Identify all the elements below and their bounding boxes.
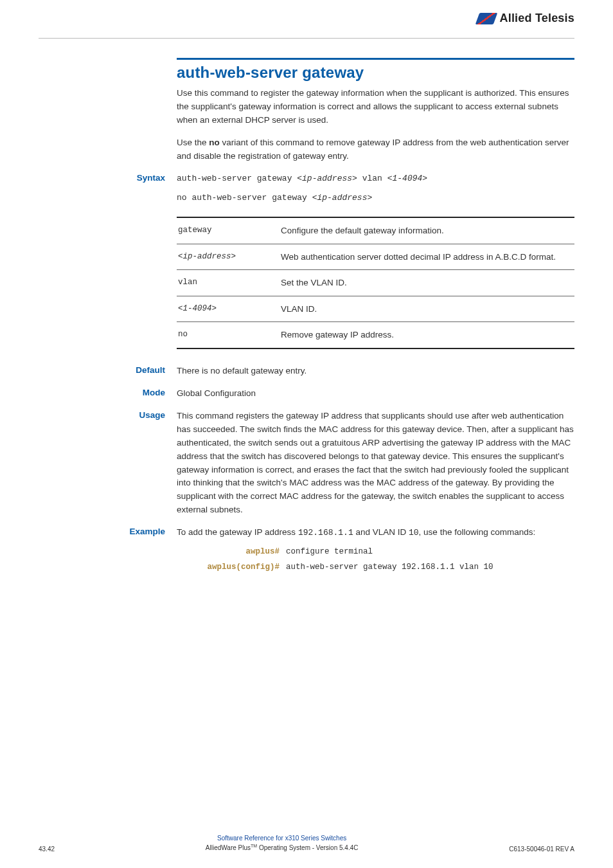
footer-line-1: Software Reference for x310 Series Switc… xyxy=(55,834,509,843)
mode-label: Mode xyxy=(39,387,177,401)
prompt: awplus# xyxy=(177,546,286,558)
usage-text: This command registers the gateway IP ad… xyxy=(177,410,574,517)
param-name: <ip-address> xyxy=(177,244,280,270)
page-footer: 43.42 Software Reference for x310 Series… xyxy=(39,834,574,853)
table-row: <1-4094>VLAN ID. xyxy=(177,296,574,322)
example-intro: To add the gateway IP address 192.168.1.… xyxy=(177,526,574,539)
text: variant of this command to remove gatewa… xyxy=(177,138,569,161)
example-section: Example To add the gateway IP address 19… xyxy=(177,526,574,576)
example-label: Example xyxy=(39,526,177,576)
prompt: awplus(config)# xyxy=(177,561,286,574)
footer-product: AlliedWare PlusTM Operating System - Ver… xyxy=(206,844,359,851)
logo-text: Allied Telesis xyxy=(499,12,574,25)
table-row: vlanSet the VLAN ID. xyxy=(177,270,574,296)
param-vlanrange: 1-4094 xyxy=(392,174,422,183)
footer-docid: C613-50046-01 REV A xyxy=(509,845,574,853)
title-rule xyxy=(177,58,574,60)
text: Use the xyxy=(177,138,209,147)
text: AlliedWare Plus xyxy=(206,844,251,851)
mode-section: Mode Global Configuration xyxy=(177,387,574,401)
parameter-table: gatewayConfigure the default gateway inf… xyxy=(177,217,574,349)
command-line: awplus(config)#auth-web-server gateway 1… xyxy=(177,561,574,574)
table-row: noRemove gateway IP address. xyxy=(177,322,574,348)
param-name: gateway xyxy=(177,217,280,244)
logo-icon xyxy=(475,13,498,24)
param-name: vlan xyxy=(177,270,280,296)
param-desc: Configure the default gateway informatio… xyxy=(280,217,574,244)
param-desc: Set the VLAN ID. xyxy=(280,270,574,296)
command: configure terminal xyxy=(286,546,373,558)
footer-page-number: 43.42 xyxy=(39,845,55,853)
syntax-section: Syntax auth-web-server gateway <ip-addre… xyxy=(177,172,574,356)
command-line: awplus#configure terminal xyxy=(177,546,574,558)
param-ipaddress: ip-address xyxy=(317,193,367,203)
syntax-line-1: auth-web-server gateway <ip-address> vla… xyxy=(177,172,574,186)
text: > xyxy=(422,174,427,183)
text: Operating System - Version 5.4.4C xyxy=(257,844,358,851)
param-desc: VLAN ID. xyxy=(280,296,574,322)
text: no auth-web-server gateway < xyxy=(177,193,317,203)
param-ipaddress: ip-address xyxy=(302,174,352,183)
text: > xyxy=(367,193,372,203)
syntax-line-2: no auth-web-server gateway <ip-address> xyxy=(177,192,574,205)
default-label: Default xyxy=(39,365,177,378)
intro-paragraph-1: Use this command to register the gateway… xyxy=(177,87,574,127)
intro-paragraph-2: Use the no variant of this command to re… xyxy=(177,136,574,163)
syntax-label: Syntax xyxy=(39,172,177,356)
no-keyword: no xyxy=(209,138,220,147)
param-desc: Remove gateway IP address. xyxy=(280,322,574,348)
default-section: Default There is no default gateway entr… xyxy=(177,365,574,378)
command-block: awplus#configure terminalawplus(config)#… xyxy=(177,546,574,574)
page-title: auth-web-server gateway xyxy=(177,64,574,82)
mode-text: Global Configuration xyxy=(177,387,574,401)
default-text: There is no default gateway entry. xyxy=(177,365,574,378)
usage-section: Usage This command registers the gateway… xyxy=(177,410,574,517)
param-name: no xyxy=(177,322,280,348)
example-vlan: 10 xyxy=(409,528,419,538)
command: auth-web-server gateway 192.168.1.1 vlan… xyxy=(286,561,493,574)
brand-logo: Allied Telesis xyxy=(477,12,574,25)
text: > vlan < xyxy=(352,174,392,183)
footer-line-2: AlliedWare PlusTM Operating System - Ver… xyxy=(55,843,509,853)
page-header: Allied Telesis xyxy=(39,0,574,39)
table-row: gatewayConfigure the default gateway inf… xyxy=(177,217,574,244)
text: To add the gateway IP address xyxy=(177,527,298,537)
example-ip: 192.168.1.1 xyxy=(298,528,353,538)
text: and VLAN ID xyxy=(353,527,409,537)
usage-label: Usage xyxy=(39,410,177,517)
text: , use the following commands: xyxy=(419,527,536,537)
param-name: <1-4094> xyxy=(177,296,280,322)
table-row: <ip-address>Web authentication server do… xyxy=(177,244,574,270)
param-desc: Web authentication server dotted decimal… xyxy=(280,244,574,270)
text: auth-web-server gateway < xyxy=(177,174,302,183)
